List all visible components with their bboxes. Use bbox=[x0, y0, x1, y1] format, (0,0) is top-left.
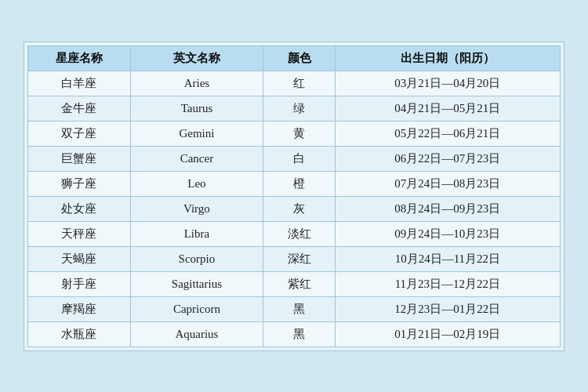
cell-chinese-name: 狮子座 bbox=[28, 171, 131, 196]
cell-english-name: Virgo bbox=[130, 196, 263, 221]
cell-color: 黄 bbox=[263, 121, 335, 146]
cell-chinese-name: 巨蟹座 bbox=[28, 146, 131, 171]
cell-english-name: Libra bbox=[130, 221, 263, 246]
cell-dates: 03月21日—04月20日 bbox=[335, 71, 560, 96]
cell-chinese-name: 处女座 bbox=[28, 196, 131, 221]
cell-dates: 09月24日—10月23日 bbox=[335, 221, 560, 246]
table-header-row: 星座名称 英文名称 颜色 出生日期（阳历） bbox=[28, 45, 561, 71]
cell-dates: 01月21日—02月19日 bbox=[335, 321, 560, 347]
cell-chinese-name: 双子座 bbox=[28, 121, 131, 146]
cell-color: 深红 bbox=[263, 246, 335, 271]
cell-dates: 06月22日—07月23日 bbox=[335, 146, 560, 171]
table-row: 狮子座Leo橙07月24日—08月23日 bbox=[28, 171, 561, 196]
table-row: 处女座Virgo灰08月24日—09月23日 bbox=[28, 196, 561, 221]
cell-english-name: Capricorn bbox=[130, 296, 263, 321]
cell-dates: 12月23日—01月22日 bbox=[335, 296, 560, 321]
table-row: 天蝎座Scorpio深红10月24日—11月22日 bbox=[28, 246, 561, 271]
cell-dates: 05月22日—06月21日 bbox=[335, 121, 560, 146]
zodiac-table: 星座名称 英文名称 颜色 出生日期（阳历） 白羊座Aries红03月21日—04… bbox=[27, 45, 561, 347]
cell-chinese-name: 射手座 bbox=[28, 271, 131, 296]
header-color: 颜色 bbox=[263, 45, 335, 71]
cell-english-name: Scorpio bbox=[130, 246, 263, 271]
cell-chinese-name: 天蝎座 bbox=[28, 246, 131, 271]
cell-chinese-name: 天秤座 bbox=[28, 221, 131, 246]
cell-color: 绿 bbox=[263, 96, 335, 121]
cell-color: 灰 bbox=[263, 196, 335, 221]
cell-color: 橙 bbox=[263, 171, 335, 196]
table-row: 双子座Gemini黄05月22日—06月21日 bbox=[28, 121, 561, 146]
cell-color: 淡红 bbox=[263, 221, 335, 246]
cell-english-name: Sagittarius bbox=[130, 271, 263, 296]
table-row: 金牛座Taurus绿04月21日—05月21日 bbox=[28, 96, 561, 121]
zodiac-table-container: 星座名称 英文名称 颜色 出生日期（阳历） 白羊座Aries红03月21日—04… bbox=[24, 42, 564, 351]
cell-chinese-name: 水瓶座 bbox=[28, 321, 131, 347]
header-birth-date: 出生日期（阳历） bbox=[335, 45, 560, 71]
cell-english-name: Leo bbox=[130, 171, 263, 196]
table-row: 白羊座Aries红03月21日—04月20日 bbox=[28, 71, 561, 96]
header-english-name: 英文名称 bbox=[130, 45, 263, 71]
header-chinese-name: 星座名称 bbox=[28, 45, 131, 71]
cell-dates: 08月24日—09月23日 bbox=[335, 196, 560, 221]
table-row: 摩羯座Capricorn黑12月23日—01月22日 bbox=[28, 296, 561, 321]
cell-english-name: Cancer bbox=[130, 146, 263, 171]
cell-english-name: Aquarius bbox=[130, 321, 263, 347]
cell-color: 黑 bbox=[263, 296, 335, 321]
table-row: 巨蟹座Cancer白06月22日—07月23日 bbox=[28, 146, 561, 171]
cell-dates: 11月23日—12月22日 bbox=[335, 271, 560, 296]
cell-color: 红 bbox=[263, 71, 335, 96]
cell-color: 白 bbox=[263, 146, 335, 171]
cell-dates: 10月24日—11月22日 bbox=[335, 246, 560, 271]
cell-color: 紫红 bbox=[263, 271, 335, 296]
table-row: 射手座Sagittarius紫红11月23日—12月22日 bbox=[28, 271, 561, 296]
cell-dates: 04月21日—05月21日 bbox=[335, 96, 560, 121]
cell-chinese-name: 白羊座 bbox=[28, 71, 131, 96]
table-row: 天秤座Libra淡红09月24日—10月23日 bbox=[28, 221, 561, 246]
cell-dates: 07月24日—08月23日 bbox=[335, 171, 560, 196]
cell-chinese-name: 金牛座 bbox=[28, 96, 131, 121]
cell-english-name: Aries bbox=[130, 71, 263, 96]
table-row: 水瓶座Aquarius黑01月21日—02月19日 bbox=[28, 321, 561, 347]
cell-chinese-name: 摩羯座 bbox=[28, 296, 131, 321]
cell-english-name: Taurus bbox=[130, 96, 263, 121]
cell-english-name: Gemini bbox=[130, 121, 263, 146]
cell-color: 黑 bbox=[263, 321, 335, 347]
